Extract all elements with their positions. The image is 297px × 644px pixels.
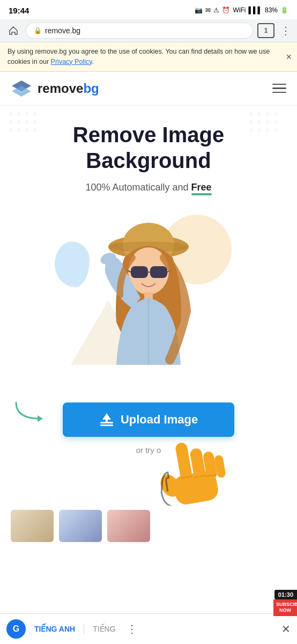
svg-marker-37	[38, 415, 43, 422]
svg-rect-39	[100, 425, 113, 426]
hero-image-area	[55, 204, 242, 370]
samples-area	[0, 506, 297, 546]
site-header: removebg	[0, 72, 297, 106]
more-options-button[interactable]: ⋮	[279, 23, 292, 39]
translate-lang1[interactable]: TIẾNG ANH	[34, 625, 75, 633]
svg-point-2	[9, 112, 12, 115]
logo-remove: remove	[38, 81, 83, 96]
signal-icon: ▌▌▌	[248, 6, 262, 14]
battery-text: 83%	[265, 6, 278, 14]
url-text: remove.bg	[45, 26, 80, 35]
cookie-close-button[interactable]: ×	[286, 49, 292, 64]
lock-icon: 🔒	[34, 27, 42, 34]
wifi-icon: WiFi	[233, 6, 246, 14]
camera-icon: 📷	[195, 6, 203, 14]
logo[interactable]: removebg	[11, 79, 99, 98]
warning-icon: ⚠	[213, 6, 219, 14]
free-text: Free	[191, 182, 212, 193]
logo-text: removebg	[38, 81, 99, 96]
hamburger-line3	[272, 92, 286, 93]
svg-rect-30	[131, 266, 148, 278]
svg-point-16	[266, 112, 269, 115]
translate-more-button[interactable]: ⋮	[127, 623, 137, 635]
svg-point-14	[250, 112, 253, 115]
logo-bg: bg	[83, 81, 99, 96]
alarm-icon: ⏰	[222, 6, 230, 14]
url-bar[interactable]: 🔒 remove.bg	[26, 23, 253, 39]
main-content: Remove Image Background 100% Automatical…	[0, 106, 297, 386]
hamburger-line1	[272, 84, 286, 85]
blob-decoration	[55, 241, 90, 287]
svg-rect-31	[150, 266, 167, 278]
translate-separator	[84, 624, 84, 634]
sample-thumb-2[interactable]	[59, 510, 102, 542]
cookie-text: By using remove.bg you agree to the use …	[8, 48, 270, 65]
hero-title: Remove Image Background	[11, 122, 286, 173]
status-bar: 19:44 📷 ✉ ⚠ ⏰ WiFi ▌▌▌ 83% 🔋	[0, 0, 297, 19]
battery-icon: 🔋	[280, 6, 288, 14]
logo-icon	[11, 79, 32, 98]
timer-display: 01:30	[274, 590, 297, 599]
translate-close-button[interactable]: ✕	[281, 623, 291, 635]
upload-icon	[99, 412, 114, 427]
tab-count-button[interactable]: 1	[257, 23, 274, 38]
hamburger-menu[interactable]	[272, 84, 286, 93]
sample-thumb-3[interactable]	[107, 510, 150, 542]
privacy-policy-link[interactable]: Privacy Policy	[51, 58, 92, 65]
home-button[interactable]	[5, 23, 21, 39]
subscribe-label[interactable]: SUBSCIBE NOW	[273, 599, 297, 616]
status-time: 19:44	[9, 6, 29, 15]
woman-figure	[87, 215, 210, 370]
subscribe-badge: 01:30 SUBSCIBE NOW	[273, 590, 297, 616]
svg-marker-40	[102, 413, 111, 423]
google-translate-icon: G	[6, 619, 26, 639]
translate-lang2[interactable]: TIẾNG	[93, 625, 115, 633]
svg-point-15	[258, 112, 261, 115]
hero-subtitle: 100% Automatically and Free	[11, 182, 286, 193]
cookie-banner: By using remove.bg you agree to the use …	[0, 42, 297, 72]
status-icons: 📷 ✉ ⚠ ⏰ WiFi ▌▌▌ 83% 🔋	[195, 6, 288, 14]
svg-point-4	[25, 112, 28, 115]
hand-cursor-overlay	[139, 414, 231, 506]
arrow-hint	[13, 397, 51, 424]
upload-area: Upload Image or try o	[0, 386, 297, 463]
svg-point-17	[274, 112, 277, 115]
browser-bar: 🔒 remove.bg 1 ⋮	[0, 19, 297, 42]
hamburger-line2	[272, 87, 286, 89]
svg-point-5	[33, 112, 36, 115]
svg-point-3	[17, 112, 20, 115]
sample-thumb-1[interactable]	[11, 510, 54, 542]
translator-bar: G TIẾNG ANH TIẾNG ⋮ ✕	[0, 613, 297, 644]
message-icon: ✉	[205, 6, 211, 14]
